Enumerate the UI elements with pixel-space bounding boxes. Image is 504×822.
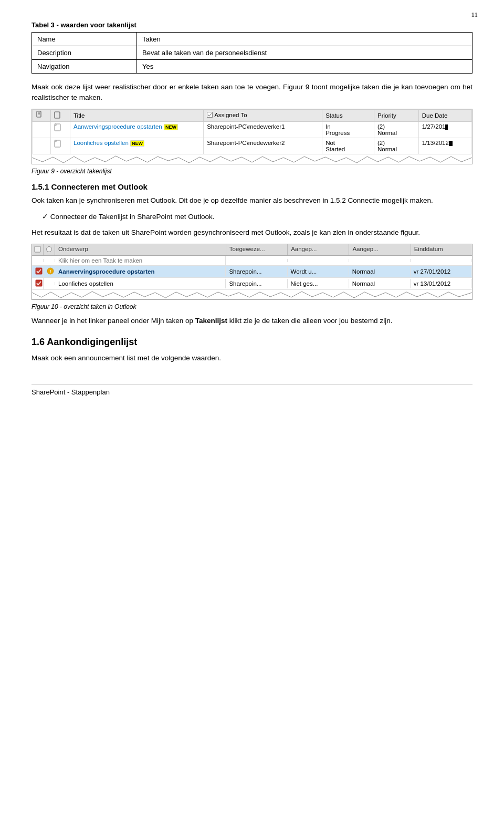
figure10-screenshot: Onderwerp Toegeweze... Aangep... Aangep.… (32, 244, 472, 300)
outlook-col-date: Einddatum (411, 244, 472, 255)
outlook-icon-cell2 (44, 259, 55, 262)
outlook-row2-col3: Niet ges... (288, 279, 349, 288)
svg-rect-7 (35, 246, 40, 252)
col-priority-header: Priority (374, 109, 418, 121)
section151-para1: Ook taken kan je synchroniseren met Outl… (32, 195, 472, 206)
status-cell-2: NotStarted (322, 138, 374, 154)
takenlijst-bold: Takenlijst (195, 317, 227, 325)
table-cell-nav-value: Yes (137, 60, 472, 74)
outlook-row1-col3: Wordt u... (288, 267, 349, 276)
outlook-row2-icon1 (32, 278, 44, 289)
assigned-cell-1: Sharepoint-PC\medewerker1 (204, 121, 322, 138)
outlook-new-task-label: Klik hier om een Taak te maken (55, 256, 226, 265)
page-number: 11 (471, 11, 478, 19)
duedate-cell-1: 1/27/2012 (418, 121, 471, 138)
checklist: Connecteer de Takenlijst in SharePoint m… (42, 211, 472, 223)
outlook-row1-icon2: ! (44, 266, 55, 277)
table-cell-desc-value: Bevat alle taken van de personeelsdienst (137, 46, 472, 60)
type-icon-cell-1 (51, 121, 70, 138)
outlook-col-assigned: Toegeweze... (226, 244, 288, 255)
outlook-col-icon1 (32, 244, 44, 255)
outlook-col-col3: Aangep... (288, 244, 349, 255)
section16-heading: 1.6 Aankondigingenlijst (32, 337, 472, 348)
outlook-task-row-2: Loonfiches opstellen Sharepoin... Niet g… (32, 278, 472, 290)
attach-cell-1 (33, 121, 51, 138)
table-row: Navigation Yes (32, 60, 472, 74)
figure9-screenshot: Title Assigned To Status Priority Due Da… (32, 109, 472, 164)
col-duedate-header: Due Date (418, 109, 471, 121)
type-icon-cell-2 (51, 138, 70, 154)
outlook-col-icon2 (44, 244, 55, 255)
outlook-icon-cell (32, 259, 44, 262)
table-row: Name Taken (32, 33, 472, 46)
col-title-header: Title (70, 109, 204, 121)
table-row: Description Bevat alle taken van de pers… (32, 46, 472, 60)
torn-edge-fig10 (32, 290, 472, 299)
outlook-row2-date: vr 13/01/2012 (411, 279, 472, 288)
outlook-new-task-row: Klik hier om een Taak te maken (32, 256, 472, 266)
sp-task-row-1: Aanwervingsprocedure opstarten NEW Share… (33, 121, 472, 138)
col-attach (33, 109, 51, 121)
check-item-1: Connecteer de Takenlijst in SharePoint m… (42, 211, 472, 223)
svg-rect-9 (36, 268, 42, 274)
outlook-row2-icon2 (44, 282, 55, 285)
svg-text:!: ! (50, 269, 51, 274)
new-badge-1: NEW (164, 124, 178, 130)
status-cell-1: InProgress (322, 121, 374, 138)
table-cell-name-value: Taken (137, 33, 472, 46)
assigned-cell-2: Sharepoint-PC\medewerker2 (204, 138, 322, 154)
outlook-row1-subject: Aanwervingsprocedure opstarten (55, 267, 226, 276)
outlook-row1-col4: Normaal (349, 267, 411, 276)
duedate-cell-2: 1/13/2012... (418, 138, 471, 154)
intro-paragraph: Maak ook deze lijst weer realistischer d… (32, 82, 472, 103)
attach-cell-2 (33, 138, 51, 154)
table-cell-nav-label: Navigation (32, 60, 137, 74)
outlook-row1-assigned: Sharepoin... (226, 267, 287, 276)
outlook-col-col4: Aangep... (349, 244, 411, 255)
section16-para1: Maak ook een announcement list met de vo… (32, 353, 472, 363)
svg-point-8 (47, 246, 52, 252)
table3: Name Taken Description Bevat alle taken … (32, 32, 472, 74)
outlook-row1-date: vr 27/01/2012 (411, 267, 472, 276)
section151-para2: Het resultaat is dat de taken uit ShareP… (32, 227, 472, 238)
sp-task-row-2: Loonfiches opstellen NEW Sharepoint-PC\m… (33, 138, 472, 154)
torn-edge-fig9 (32, 154, 472, 164)
outlook-row2-subject: Loonfiches opstellen (55, 279, 226, 288)
outlook-task-row-1: ! Aanwervingsprocedure opstarten Sharepo… (32, 266, 472, 278)
outlook-row2-col4: Normaal (349, 279, 411, 288)
title-cell-2: Loonfiches opstellen NEW (70, 138, 204, 154)
table-cell-desc-label: Description (32, 46, 137, 60)
priority-cell-1: (2)Normal (374, 121, 418, 138)
fig9-caption: Figuur 9 - overzicht takenlijst (32, 168, 472, 175)
outlook-row2-assigned: Sharepoin... (226, 279, 287, 288)
new-badge-2: NEW (130, 140, 144, 147)
col-assigned-header: Assigned To (204, 109, 322, 121)
priority-cell-2: (2)Normal (374, 138, 418, 154)
outlook-header: Onderwerp Toegeweze... Aangep... Aangep.… (32, 244, 472, 256)
svg-rect-12 (36, 280, 42, 286)
col-status-header: Status (322, 109, 374, 121)
footer: SharePoint - Stappenplan (32, 384, 472, 396)
table-cell-name-label: Name (32, 33, 137, 46)
section151-heading: 1.5.1 Connecteren met Outlook (32, 182, 472, 191)
sp-tasks-table: Title Assigned To Status Priority Due Da… (32, 109, 472, 154)
outlook-row1-icon1 (32, 266, 44, 277)
svg-rect-3 (55, 112, 60, 118)
fig10-paragraph: Wanneer je in het linker paneel onder Mi… (32, 316, 472, 326)
table-caption: Tabel 3 - waarden voor takenlijst (32, 21, 472, 29)
outlook-col-subject: Onderwerp (55, 244, 226, 255)
title-cell-1: Aanwervingsprocedure opstarten NEW (70, 121, 204, 138)
fig10-caption: Figuur 10 - overzicht taken in Outlook (32, 303, 472, 310)
col-type (51, 109, 70, 121)
